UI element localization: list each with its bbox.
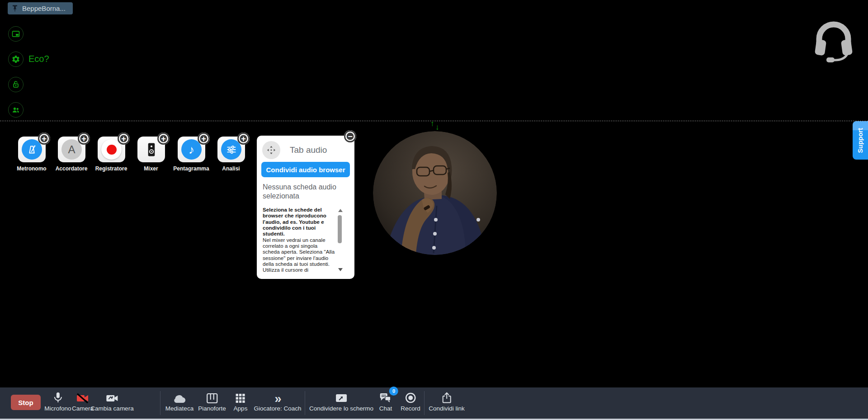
support-label: Support: [857, 128, 864, 153]
move-icon: [266, 145, 276, 155]
description-bold: Seleziona le schede del browser che ripr…: [263, 207, 335, 237]
participants-button[interactable]: [8, 102, 24, 118]
share-link-icon: [441, 392, 452, 404]
picture-in-picture-icon: [11, 29, 20, 38]
bottom-toolbar: Stop Microfono Camera: [0, 387, 868, 419]
add-analysis-button[interactable]: +: [237, 132, 250, 145]
add-mixer-button[interactable]: +: [157, 132, 170, 145]
support-tab[interactable]: Support: [853, 121, 868, 160]
coach-video-avatar: [373, 131, 497, 255]
minimize-tab-audio-button[interactable]: −: [344, 130, 356, 142]
apps-grid-icon: [235, 393, 246, 404]
drag-handle[interactable]: [262, 141, 280, 159]
description-scrollbar[interactable]: [337, 208, 343, 272]
share-tab-audio-button[interactable]: Condividi audio browser: [261, 162, 350, 177]
piano-button[interactable]: Pianoforte: [198, 391, 226, 412]
add-recorder-button[interactable]: +: [118, 132, 130, 145]
toolbar-divider: [160, 391, 160, 415]
participants-icon: [11, 105, 20, 114]
picture-in-picture-button[interactable]: [8, 26, 24, 42]
toolbar-divider: [305, 391, 305, 415]
headset-icon: [812, 16, 855, 63]
microphone-icon: [52, 392, 63, 404]
player-coach-button[interactable]: » Giocatore: Coach: [254, 391, 301, 412]
add-tuner-button[interactable]: +: [78, 132, 90, 145]
lock-room-button[interactable]: [8, 77, 24, 92]
scroll-up-arrow-icon[interactable]: [338, 209, 343, 212]
gear-icon: [11, 55, 20, 64]
cloud-icon: [173, 394, 186, 404]
tab-audio-status: Nessuna scheda audio selezionata: [263, 183, 346, 201]
record-icon: [405, 392, 416, 404]
switch-camera-icon: [106, 393, 118, 404]
session-stage: BeppeBorna... Eco? ↑ ↓: [0, 0, 868, 420]
participant-name: BeppeBorna...: [22, 5, 66, 12]
description-body: Nel mixer vedrai un canale correlato a o…: [263, 237, 335, 274]
media-library-button[interactable]: Mediateca: [165, 391, 193, 412]
chat-unread-badge: 0: [389, 387, 398, 396]
resize-down-arrow-icon: ↓: [435, 123, 439, 132]
stop-button[interactable]: Stop: [11, 395, 41, 410]
share-link-button[interactable]: Condividi link: [429, 391, 465, 412]
mixer-icon: [145, 142, 158, 157]
add-metronome-button[interactable]: +: [38, 132, 50, 145]
eco-question-label[interactable]: Eco?: [28, 54, 49, 64]
tab-audio-panel: Tab audio Condividi audio browser Nessun…: [257, 136, 354, 279]
resize-up-arrow-icon: ↑: [430, 119, 434, 128]
chat-button[interactable]: 0 Chat: [379, 391, 392, 412]
toolbar-divider: [424, 391, 425, 415]
screen-share-button[interactable]: Condividere lo schermo: [309, 391, 373, 412]
scroll-down-arrow-icon[interactable]: [338, 268, 343, 271]
lock-open-icon: [11, 80, 20, 89]
add-staff-button[interactable]: +: [198, 132, 210, 145]
tool-label: Analisi: [206, 165, 256, 172]
pin-icon: [12, 5, 18, 12]
microphone-button[interactable]: Microfono: [44, 391, 71, 412]
coach-portrait-image: [373, 131, 497, 255]
record-button[interactable]: Record: [401, 391, 420, 412]
switch-camera-button[interactable]: Cambia camera: [90, 391, 133, 412]
screen-share-icon: [335, 393, 348, 404]
tab-audio-description: Seleziona le schede del browser che ripr…: [263, 207, 335, 274]
scrollbar-thumb[interactable]: [338, 215, 342, 243]
camera-off-icon: [76, 393, 89, 404]
piano-icon: [206, 393, 218, 404]
double-chevron-icon: »: [274, 394, 280, 404]
settings-button[interactable]: [8, 52, 24, 67]
participant-nametag[interactable]: BeppeBorna...: [8, 2, 73, 14]
panel-title: Tab audio: [290, 145, 327, 155]
apps-button[interactable]: Apps: [234, 391, 248, 412]
